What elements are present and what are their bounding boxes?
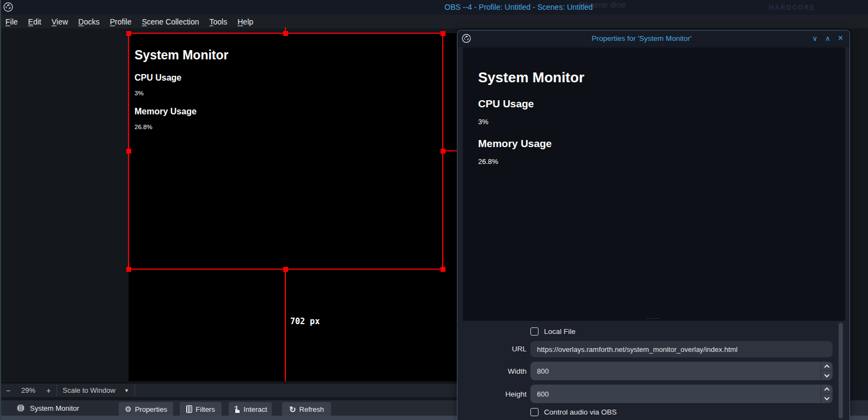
filters-button[interactable]: Filters <box>180 402 222 416</box>
url-field-wrap <box>530 341 833 357</box>
control-audio-checkbox[interactable] <box>530 408 539 416</box>
dialog-title-bar[interactable]: Properties for 'System Monitor' ∨ ∧ × <box>457 31 849 47</box>
height-field-wrap <box>530 385 833 403</box>
helper-line-bottom <box>285 270 286 381</box>
width-field-wrap <box>530 362 833 380</box>
menu-docks[interactable]: Docks <box>78 17 100 26</box>
scale-mode-dropdown[interactable]: Scale to Window ▼ <box>57 386 135 394</box>
dialog-title: Properties for 'System Monitor' <box>471 34 812 42</box>
local-file-checkbox[interactable] <box>530 327 539 336</box>
handle-mid-left[interactable] <box>126 149 131 154</box>
local-file-row: Local File <box>530 327 576 336</box>
gear-icon: ⚙ <box>125 405 132 413</box>
obs-logo-icon <box>462 34 471 43</box>
width-input[interactable] <box>530 362 820 380</box>
menu-tools[interactable]: Tools <box>210 17 228 26</box>
width-increment-button[interactable] <box>821 362 833 371</box>
width-decrement-button[interactable] <box>821 371 833 380</box>
control-audio-label: Control audio via OBS <box>544 408 617 416</box>
handle-bottom-center[interactable] <box>283 267 288 272</box>
height-decrement-button[interactable] <box>821 394 833 403</box>
properties-button[interactable]: ⚙ Properties <box>119 402 173 416</box>
chevron-down-icon: ▼ <box>124 388 129 393</box>
interact-icon <box>233 405 240 413</box>
local-file-label: Local File <box>544 327 576 336</box>
close-icon[interactable]: × <box>838 34 843 42</box>
preview-title: System Monitor <box>478 69 584 86</box>
zoom-level: 29% <box>16 386 40 394</box>
dimension-label: 702 px <box>290 316 320 326</box>
url-input[interactable] <box>530 341 833 357</box>
expand-icon[interactable]: ∧ <box>825 34 830 42</box>
interact-button[interactable]: Interact <box>229 402 272 416</box>
handle-mid-right[interactable] <box>441 149 445 154</box>
selected-source: System Monitor <box>16 404 79 412</box>
menu-edit[interactable]: Edit <box>28 17 41 26</box>
source-selection-box[interactable] <box>128 33 443 270</box>
zoom-in-button[interactable]: + <box>40 386 57 395</box>
handle-top-left[interactable] <box>126 31 131 36</box>
preview-memory-label: Memory Usage <box>478 138 584 150</box>
menu-help[interactable]: Help <box>237 17 253 26</box>
width-label: Width <box>457 367 527 375</box>
filters-icon <box>186 405 192 413</box>
title-bar[interactable]: Filmene dine HARDCORE OBS --4 - Profile:… <box>0 0 868 15</box>
refresh-icon: ↻ <box>289 405 296 413</box>
menu-scene-collection[interactable]: Scene Collection <box>142 17 199 26</box>
refresh-button[interactable]: ↻ Refresh <box>282 402 331 416</box>
scrollbar-thumb[interactable] <box>839 323 843 418</box>
obs-main-window: Filmene dine HARDCORE OBS --4 - Profile:… <box>0 0 868 420</box>
handle-top-center[interactable] <box>283 31 288 36</box>
menu-file[interactable]: File <box>5 17 18 26</box>
handle-top-right[interactable] <box>441 31 445 36</box>
collapse-icon[interactable]: ∨ <box>812 34 818 42</box>
window-title: OBS --4 - Profile: Untitled - Scenes: Un… <box>425 3 613 11</box>
zoom-out-button[interactable]: − <box>0 386 16 395</box>
preview-zoom-bar: − 29% + Scale to Window ▼ <box>0 382 459 397</box>
menu-profile[interactable]: Profile <box>110 17 132 26</box>
height-input[interactable] <box>530 385 820 403</box>
preview-memory-value: 26.8% <box>478 157 584 166</box>
height-increment-button[interactable] <box>821 385 833 394</box>
browser-source-icon <box>16 404 25 412</box>
dialog-source-preview: System Monitor CPU Usage 3% Memory Usage… <box>463 47 845 321</box>
separator <box>135 385 135 396</box>
preview-cpu-value: 3% <box>478 118 584 126</box>
scale-mode-label: Scale to Window <box>63 386 115 394</box>
handle-bottom-left[interactable] <box>126 267 131 272</box>
obs-logo-icon <box>3 2 13 12</box>
preview-cpu-label: CPU Usage <box>478 98 584 110</box>
height-label: Height <box>457 390 527 398</box>
window-left-edge <box>0 0 1 420</box>
handle-bottom-right[interactable] <box>441 267 445 272</box>
source-name: System Monitor <box>30 404 79 412</box>
background-window-logo-text: HARDCORE <box>769 4 815 11</box>
properties-dialog: Properties for 'System Monitor' ∨ ∧ × Sy… <box>457 30 850 420</box>
menu-bar: File Edit View Docks Profile Scene Colle… <box>0 15 868 28</box>
splitter-handle[interactable]: ······ <box>457 316 849 321</box>
url-label: URL <box>457 345 527 353</box>
control-audio-row: Control audio via OBS <box>530 408 617 416</box>
dialog-scrollbar[interactable] <box>839 321 843 420</box>
menu-view[interactable]: View <box>52 17 68 26</box>
